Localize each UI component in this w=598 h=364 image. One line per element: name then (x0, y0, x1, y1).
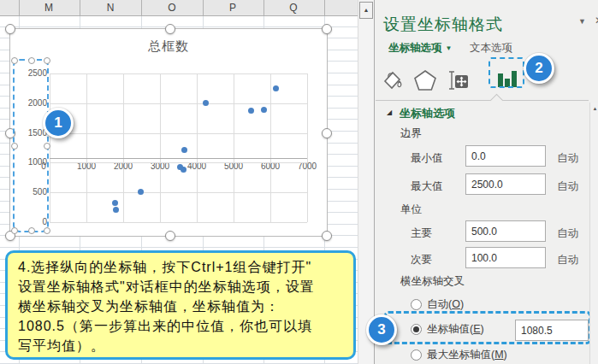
size-properties-icon[interactable] (447, 68, 471, 92)
column-header-n[interactable]: N (80, 2, 140, 14)
x-gridline (123, 73, 124, 222)
minimum-input[interactable] (465, 145, 546, 167)
maximum-input[interactable] (465, 173, 546, 195)
y-gridline (50, 222, 307, 223)
instruction-text: 4.选择纵向的坐标轴，按下Ctrl+1组合键打开" 设置坐标轴格式"对话框中的坐… (18, 257, 348, 355)
chart-handle-nw[interactable] (5, 24, 15, 34)
column-header-q[interactable]: Q (263, 2, 323, 14)
major-input[interactable] (465, 220, 546, 242)
radio-axis-value[interactable] (411, 324, 422, 335)
scroll-up-icon: ▲ (364, 7, 370, 13)
maximum-label: 最大值 (411, 179, 443, 194)
y-gridline (50, 162, 307, 163)
data-point (181, 147, 187, 153)
effects-icon[interactable] (413, 68, 437, 92)
step-2-badge: 2 (524, 53, 554, 84)
selection-handle[interactable] (44, 227, 50, 234)
format-axis-pane: 设置坐标轴格式 ▼ ✕ 坐标轴选项▼ 文本选项 (374, 0, 598, 364)
x-gridline (307, 73, 308, 222)
data-point (203, 100, 209, 106)
x-gridline (270, 73, 271, 222)
selection-handle[interactable] (11, 57, 18, 64)
selection-handle[interactable] (44, 57, 50, 64)
y-gridline (50, 103, 307, 104)
chevron-down-icon: ▼ (446, 44, 453, 52)
divider-notch (490, 94, 504, 108)
data-point (138, 189, 144, 195)
tab-text-options[interactable]: 文本选项 (470, 41, 512, 56)
radio-maximum-axis-value-label[interactable]: 最大坐标轴值(M) (427, 348, 507, 362)
data-point (261, 107, 267, 113)
y-gridline (50, 133, 307, 134)
instruction-callout: 4.选择纵向的坐标轴，按下Ctrl+1组合键打开" 设置坐标轴格式"对话框中的坐… (5, 250, 356, 360)
fill-line-icon[interactable] (381, 68, 405, 92)
data-point (112, 200, 118, 206)
pane-scroll-up-icon: ▲ (590, 103, 598, 114)
pane-options-icon[interactable]: ▼ (578, 17, 586, 26)
selection-handle[interactable] (11, 143, 18, 150)
data-point (181, 167, 187, 173)
axis-value-input[interactable] (515, 320, 589, 341)
radio-automatic-label[interactable]: 自动(O) (427, 297, 464, 312)
minor-auto-button[interactable]: 自动 (557, 253, 578, 267)
selection-handle[interactable] (28, 57, 35, 64)
section-axis-options[interactable]: 坐标轴选项 (400, 106, 455, 121)
y-gridline (50, 192, 307, 193)
chart-handle-n[interactable] (165, 24, 175, 34)
sheet-vertical-scrollbar[interactable]: ▲ (358, 0, 374, 364)
step-1-badge: 1 (43, 108, 74, 138)
excel-window: M N O P Q ▲ 总框数 010002000300040005000600… (0, 0, 598, 364)
pane-close-icon[interactable]: ✕ (595, 15, 598, 26)
data-point (273, 85, 279, 91)
chart-handle-s[interactable] (165, 231, 175, 241)
x-axis-line (50, 158, 307, 159)
bounds-label: 边界 (400, 126, 422, 141)
scroll-up-button[interactable]: ▲ (359, 2, 373, 19)
column-header-m[interactable]: M (19, 2, 79, 14)
column-header-p[interactable]: P (203, 2, 263, 14)
units-label: 单位 (400, 203, 422, 217)
data-point (248, 108, 254, 114)
minor-label: 次要 (411, 253, 432, 267)
x-gridline (86, 73, 87, 222)
collapse-triangle-icon[interactable]: ◢ (387, 109, 392, 116)
column-header-o[interactable]: O (142, 2, 202, 14)
radio-automatic[interactable] (411, 299, 422, 310)
chart-handle-se[interactable] (322, 231, 332, 241)
selection-handle[interactable] (44, 143, 50, 150)
column-headers[interactable]: M N O P Q (0, 0, 358, 16)
step-3-badge: 3 (366, 314, 397, 345)
selection-handle[interactable] (11, 227, 18, 234)
chart-handle-ne[interactable] (322, 24, 332, 34)
pane-scrollbar[interactable]: ▲ (589, 103, 598, 364)
major-label: 主要 (411, 226, 432, 241)
minimum-auto-button[interactable]: 自动 (557, 151, 578, 166)
x-gridline (234, 73, 234, 222)
x-gridline (160, 73, 161, 222)
minimum-label: 最小值 (411, 151, 443, 166)
axis-crosses-label: 横坐标轴交叉 (400, 274, 465, 289)
major-auto-button[interactable]: 自动 (557, 226, 578, 241)
maximum-auto-button[interactable]: 自动 (557, 179, 578, 194)
y-gridline (50, 73, 307, 74)
selected-icon-highlight (488, 57, 524, 88)
divider (376, 100, 589, 101)
minor-input[interactable] (465, 247, 546, 268)
y-axis-selection[interactable] (13, 59, 49, 232)
data-point (113, 207, 119, 213)
tab-axis-options[interactable]: 坐标轴选项▼ (388, 41, 452, 56)
radio-maximum-axis-value[interactable] (411, 349, 422, 361)
x-gridline (197, 73, 198, 222)
pane-title: 设置坐标轴格式 (383, 14, 503, 36)
chart-handle-e[interactable] (322, 128, 332, 138)
radio-axis-value-label[interactable]: 坐标轴值(E) (427, 322, 484, 337)
selection-handle[interactable] (28, 227, 35, 234)
